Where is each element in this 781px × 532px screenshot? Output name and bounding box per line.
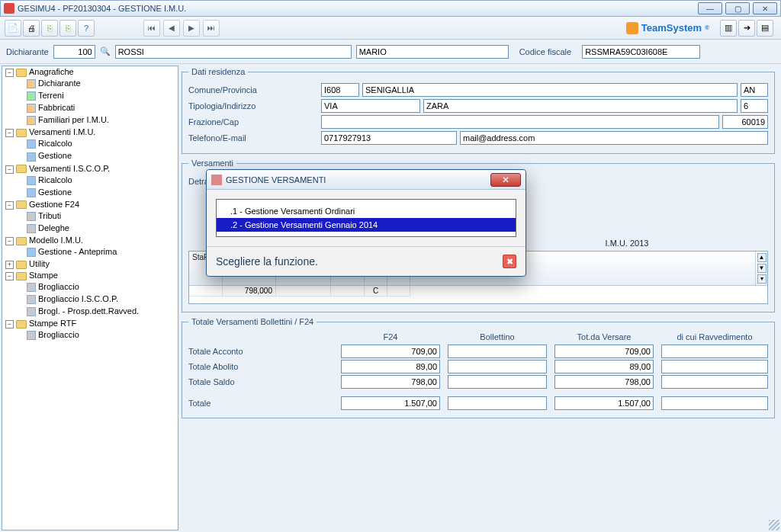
tree-node-gestione-anteprima[interactable]: Gestione - Anteprima xyxy=(38,247,117,256)
toolbar-right-3[interactable]: ▤ xyxy=(757,20,773,37)
main-area: −Anagrafiche Dichiarante Terreni Fabbric… xyxy=(0,64,781,532)
tipologia-input[interactable] xyxy=(321,99,420,113)
tree-node-versamenti-imu[interactable]: Versamenti I.M.U. xyxy=(29,127,95,136)
tree-toggle[interactable]: − xyxy=(5,237,14,245)
tree-node-familiari[interactable]: Familiari per I.M.U. xyxy=(38,115,109,124)
saldo-ravv[interactable] xyxy=(661,375,768,389)
comune-input[interactable] xyxy=(362,83,738,97)
tree-toggle[interactable]: − xyxy=(5,201,14,210)
tree-toggle[interactable]: − xyxy=(5,165,14,174)
leaf-icon xyxy=(27,176,36,185)
leaf-icon xyxy=(27,224,36,233)
tree-node-ricalcolo[interactable]: Ricalcolo xyxy=(38,139,72,148)
tree-toggle[interactable]: − xyxy=(5,69,14,77)
scroll-down-icon[interactable]: ▼ xyxy=(757,264,767,273)
dialog-titlebar[interactable]: GESTIONE VERSAMENTI ✕ xyxy=(207,170,525,190)
acconto-bol[interactable] xyxy=(448,345,547,358)
resize-grip-icon[interactable] xyxy=(769,520,779,530)
scroll-up-icon[interactable]: ▲ xyxy=(757,253,767,262)
abolito-ravv[interactable] xyxy=(661,360,768,373)
tree-node-versamenti-iscop[interactable]: Versamenti I.S.C.O.P. xyxy=(29,164,110,173)
declarant-surname-input[interactable] xyxy=(115,45,352,59)
scroll-down-icon[interactable]: ▾ xyxy=(757,274,767,284)
window-minimize-button[interactable]: — xyxy=(698,2,722,14)
leaf-icon xyxy=(27,307,36,316)
abolito-f24[interactable] xyxy=(341,360,440,373)
nav-prev-button[interactable]: ◀ xyxy=(163,20,180,37)
dialog-option-1[interactable]: .1 - Gestione Versamenti Ordinari xyxy=(217,204,516,218)
leaf-icon xyxy=(27,79,36,88)
totale-tot[interactable] xyxy=(554,396,654,410)
dialog-title: GESTIONE VERSAMENTI xyxy=(226,175,326,184)
tree-node-terreni[interactable]: Terreni xyxy=(38,91,64,100)
nav-first-button[interactable]: ⏮ xyxy=(143,20,160,37)
dialog-option-2[interactable]: .2 - Gestione Versamenti Gennaio 2014 xyxy=(217,218,516,232)
tree-node-modello-imu[interactable]: Modello I.M.U. xyxy=(29,236,83,245)
navigation-tree[interactable]: −Anagrafiche Dichiarante Terreni Fabbric… xyxy=(2,66,178,530)
declarant-code-input[interactable] xyxy=(53,45,95,59)
toolbar-right-1[interactable]: ▥ xyxy=(720,20,737,37)
toolbar-print-button[interactable]: 🖨 xyxy=(23,20,40,37)
telefono-input[interactable] xyxy=(321,131,457,145)
tree-node-ricalcolo-2[interactable]: Ricalcolo xyxy=(38,175,72,184)
window-maximize-button[interactable]: ▢ xyxy=(725,2,750,14)
tree-node-brogliaccio[interactable]: Brogliaccio xyxy=(38,282,79,291)
dialog-close-button[interactable]: ✕ xyxy=(490,173,521,187)
toolbar-right-2[interactable]: ➔ xyxy=(738,20,755,37)
tree-node-gestione[interactable]: Gestione xyxy=(38,151,72,160)
tree-node-brogl-ravved[interactable]: Brogl. - Prosp.dett.Ravved. xyxy=(38,306,139,316)
saldo-tot[interactable] xyxy=(554,375,654,389)
abolito-tot[interactable] xyxy=(554,360,654,373)
app-icon xyxy=(4,3,14,14)
tree-toggle[interactable]: + xyxy=(5,261,14,269)
comune-code-input[interactable] xyxy=(321,83,359,97)
brand-logo: TeamSystem® xyxy=(626,22,709,34)
nav-next-button[interactable]: ▶ xyxy=(183,20,200,37)
tree-node-gestione-2[interactable]: Gestione xyxy=(38,187,72,197)
toolbar-help-button[interactable]: ? xyxy=(78,20,95,37)
tree-toggle[interactable]: − xyxy=(5,129,14,137)
toolbar-btn-1[interactable]: 📄 xyxy=(5,20,21,37)
acconto-f24[interactable] xyxy=(341,345,440,358)
provincia-input[interactable] xyxy=(741,83,768,97)
tree-node-gestione-f24[interactable]: Gestione F24 xyxy=(29,200,79,209)
declarant-cf-input[interactable] xyxy=(582,45,700,59)
tree-node-brogliaccio-rtf[interactable]: Brogliaccio xyxy=(38,330,79,339)
tree-node-stampe-rtf[interactable]: Stampe RTF xyxy=(29,319,76,328)
window-close-button[interactable]: ✕ xyxy=(753,2,777,14)
tree-node-anagrafiche[interactable]: Anagrafiche xyxy=(29,67,74,76)
leaf-icon xyxy=(27,212,36,221)
search-icon[interactable]: 🔍 xyxy=(100,46,111,56)
tree-node-brogliaccio-iscop[interactable]: Brogliaccio I.S.C.O.P. xyxy=(38,294,118,303)
declarant-name-input[interactable] xyxy=(356,45,509,59)
grid-scrollbar[interactable]: ▲ ▼ ▾ xyxy=(755,252,767,285)
tree-node-dichiarante[interactable]: Dichiarante xyxy=(38,79,81,88)
dialog-cancel-button[interactable]: ✖ xyxy=(503,255,516,268)
table-row[interactable]: 798,000 C xyxy=(189,286,767,296)
tree-node-deleghe[interactable]: Deleghe xyxy=(38,223,69,232)
abolito-bol[interactable] xyxy=(448,360,547,373)
indirizzo-input[interactable] xyxy=(423,99,738,113)
nav-last-button[interactable]: ⏭ xyxy=(203,20,220,37)
tree-toggle[interactable]: − xyxy=(5,272,14,280)
totale-bol[interactable] xyxy=(448,396,547,410)
totale-f24[interactable] xyxy=(341,396,440,410)
totale-ravv[interactable] xyxy=(661,396,768,410)
email-input[interactable] xyxy=(460,131,768,145)
tree-node-fabbricati[interactable]: Fabbricati xyxy=(38,103,75,112)
saldo-f24[interactable] xyxy=(341,375,440,389)
tree-toggle[interactable]: − xyxy=(5,320,14,328)
tree-node-stampe[interactable]: Stampe xyxy=(29,271,58,280)
saldo-bol[interactable] xyxy=(448,375,547,389)
cap-input[interactable] xyxy=(722,115,768,129)
grid-cell-alq: C xyxy=(365,286,387,296)
toolbar-btn-4[interactable]: ⎘ xyxy=(59,20,76,37)
frazione-input[interactable] xyxy=(321,115,719,129)
toolbar-btn-3[interactable]: ⎘ xyxy=(41,20,58,37)
acconto-ravv[interactable] xyxy=(661,345,768,358)
acconto-tot[interactable] xyxy=(554,345,654,358)
tree-node-utility[interactable]: Utility xyxy=(29,259,50,268)
civico-input[interactable] xyxy=(741,99,768,113)
col-totdaversare: Tot.da Versare xyxy=(554,332,654,341)
tree-node-tributi[interactable]: Tributi xyxy=(38,211,61,220)
